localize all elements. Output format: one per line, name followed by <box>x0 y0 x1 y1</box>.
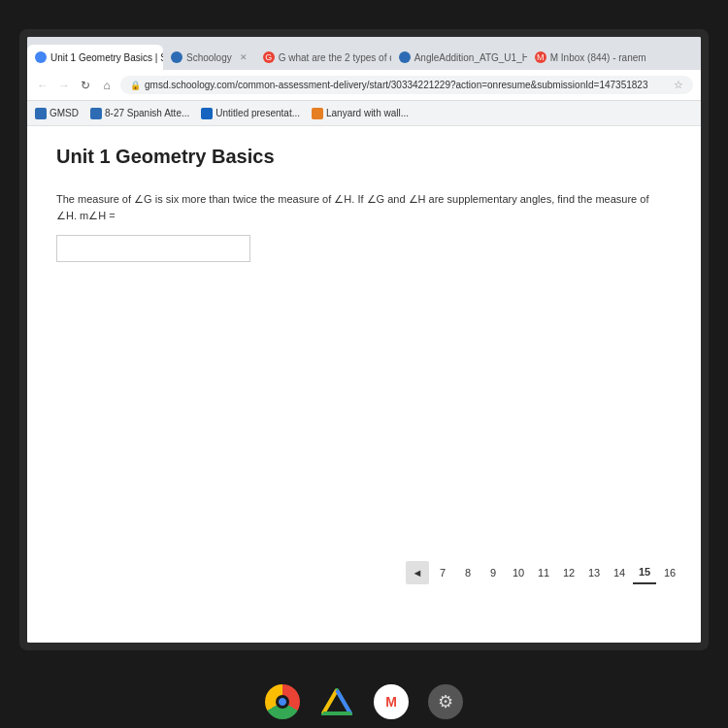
url-text: gmsd.schoology.com/common-assessment-del… <box>145 80 647 90</box>
pagination-page-12[interactable]: 12 <box>557 561 580 584</box>
taskbar: M ⚙ <box>0 675 728 728</box>
address-box[interactable]: 🔒 gmsd.schoology.com/common-assessment-d… <box>120 76 693 94</box>
bookmark-untitled-label: Untitled presentat... <box>215 108 300 118</box>
chrome-taskbar-icon[interactable] <box>265 684 300 719</box>
tab-google-label: G what are the 2 types of discou... <box>279 52 391 63</box>
pagination-row: ◄ 7 8 9 10 11 12 13 14 15 16 <box>406 561 681 584</box>
question-area: The measure of ∠G is six more than twice… <box>56 191 672 262</box>
pagination-page-13[interactable]: 13 <box>582 561 606 584</box>
question-text: The measure of ∠G is six more than twice… <box>56 191 672 223</box>
tab-unit[interactable]: Unit 1 Geometry Basics | Scho... ✕ <box>27 45 163 70</box>
answer-input[interactable] <box>56 235 250 262</box>
bookmark-schoology[interactable]: 8-27 Spanish Atte... <box>90 108 189 119</box>
forward-button[interactable]: → <box>56 79 72 92</box>
pagination-page-11[interactable]: 11 <box>532 561 555 584</box>
bookmark-lanyard-label: Lanyard with wall... <box>326 108 409 118</box>
tab-schoology-close[interactable]: ✕ <box>240 52 248 62</box>
bookmark-star-icon[interactable]: ☆ <box>674 79 683 91</box>
bookmark-gmsd-label: GMSD <box>50 108 79 118</box>
tab-angle[interactable]: AngleAddition_ATG_U1_HW4 ✕ <box>391 45 527 70</box>
pagination-prev[interactable]: ◄ <box>406 561 429 584</box>
tab-bar: Unit 1 Geometry Basics | Scho... ✕ Schoo… <box>27 37 701 70</box>
pagination-page-16[interactable]: 16 <box>658 561 681 584</box>
bookmark-schoology-icon <box>90 108 102 119</box>
bookmark-untitled[interactable]: Untitled presentat... <box>201 108 300 119</box>
browser-chrome: Unit 1 Geometry Basics | Scho... ✕ Schoo… <box>27 37 701 643</box>
bookmark-gmsd-icon <box>35 108 47 119</box>
bookmarks-bar: GMSD 8-27 Spanish Atte... Untitled prese… <box>27 101 701 126</box>
tab-schoology[interactable]: Schoology ✕ <box>163 45 255 70</box>
page-title: Unit 1 Geometry Basics <box>56 146 672 168</box>
pagination-page-7[interactable]: 7 <box>431 561 454 584</box>
pagination-page-8[interactable]: 8 <box>456 561 480 584</box>
tab-google[interactable]: G G what are the 2 types of discou... ✕ <box>255 45 391 70</box>
gmail-taskbar-icon[interactable]: M <box>374 684 409 719</box>
bookmark-schoology-label: 8-27 Spanish Atte... <box>105 108 189 118</box>
drive-taskbar-icon[interactable] <box>319 684 354 719</box>
bookmark-untitled-icon <box>201 108 213 119</box>
bookmark-gmsd[interactable]: GMSD <box>35 108 79 119</box>
tab-inbox[interactable]: M M Inbox (844) - ranem <box>527 45 654 70</box>
tab-schoology-label: Schoology <box>186 52 232 63</box>
pagination-page-10[interactable]: 10 <box>507 561 530 584</box>
home-button[interactable]: ⌂ <box>99 79 115 92</box>
browser-window: Unit 1 Geometry Basics | Scho... ✕ Schoo… <box>27 37 701 643</box>
tab-inbox-label: M Inbox (844) - ranem <box>550 52 646 63</box>
tab-unit-label: Unit 1 Geometry Basics | Scho... <box>50 52 163 63</box>
tab-angle-label: AngleAddition_ATG_U1_HW4 <box>414 52 527 63</box>
tab-unit-icon <box>35 51 47 63</box>
pagination-page-14[interactable]: 14 <box>608 561 631 584</box>
address-bar-row: ← → ↻ ⌂ 🔒 gmsd.schoology.com/common-asse… <box>27 70 701 101</box>
reload-button[interactable]: ↻ <box>78 79 93 92</box>
back-button[interactable]: ← <box>35 79 50 92</box>
bookmark-lanyard[interactable]: Lanyard with wall... <box>312 108 409 119</box>
pagination-page-9[interactable]: 9 <box>481 561 505 584</box>
laptop-screen: Unit 1 Geometry Basics | Scho... ✕ Schoo… <box>19 29 709 650</box>
settings-taskbar-icon[interactable]: ⚙ <box>428 684 463 719</box>
tab-angle-icon <box>399 51 411 63</box>
bookmark-lanyard-icon <box>312 108 323 119</box>
pagination-page-15[interactable]: 15 <box>633 561 656 584</box>
tab-schoology-icon <box>171 51 182 63</box>
lock-icon: 🔒 <box>130 81 141 90</box>
page-content: Unit 1 Geometry Basics The measure of ∠G… <box>27 126 701 643</box>
